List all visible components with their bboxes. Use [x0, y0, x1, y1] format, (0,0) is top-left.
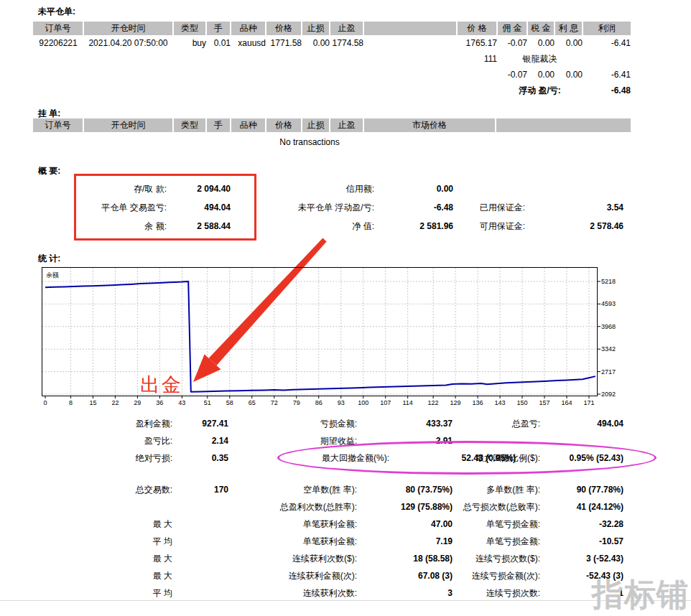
open-table-header-row: 订单号 开仓时间 类型 手 品种 价格 止损 止盈 价 格 佣 金 税 金 利 … [33, 22, 631, 35]
free-margin-value: 2 578.46 [525, 220, 623, 233]
gross-loss-label: 亏损金额: [228, 417, 357, 430]
x-axis-tick-label: 114 [402, 399, 412, 406]
withdrawal-annotation: 出金 [140, 375, 183, 395]
used-margin-value: 3.54 [525, 201, 623, 214]
largest-profit-trade-label: 单笔获利金额: [228, 518, 357, 531]
subtotal-row: -0.07 0.00 0.00 -6.41 [33, 67, 631, 83]
x-axis-tick-label: 150 [517, 399, 528, 406]
statistics-title: 统 计: [38, 253, 60, 265]
x-axis-tick-label: 8 [69, 399, 73, 406]
avg-consecutive-losses-label: 连续亏损次数: [453, 587, 540, 599]
y-axis-tick-label: 5218 [601, 278, 616, 285]
consecutive-wins-count-value: 18 (58.58) [357, 552, 453, 565]
x-axis-tick-label: 143 [495, 399, 506, 406]
open-positions-title: 未平仓单: [38, 6, 75, 18]
subtotal-commission: -0.07 [497, 67, 527, 83]
col-header-market-price: 市场价格 [363, 118, 496, 132]
col-header-price2: 价 格 [457, 22, 497, 35]
col-header-profit: 利润 [583, 22, 631, 35]
floating-open-pl-value: -6.48 [374, 201, 453, 214]
account-number: 111 [457, 51, 497, 67]
subtotal-tax: 0.00 [527, 67, 555, 83]
consecutive-wins-count-label: 连续获利次数($): [228, 552, 357, 565]
order-tp: 1774.58 [330, 35, 363, 51]
watermark: 指标铺 [592, 577, 689, 612]
stats-spacer [172, 535, 228, 548]
summary-spacer [525, 182, 623, 195]
col-header-open-time: 开仓时间 [83, 22, 173, 35]
profit-factor-value: 2.14 [172, 434, 228, 447]
stats-row: 总盈利次数(总胜率): 129 (75.88%) 总亏损次数(总败率): 41 … [33, 500, 623, 513]
x-axis-tick-label: 136 [473, 399, 483, 406]
x-axis-tick-label: 15 [89, 399, 96, 406]
avg-consecutive-wins-value: 3 [357, 587, 453, 599]
order-open-time: 2021.04.20 07:50:00 [83, 35, 173, 51]
stats-row: 最 大 单笔获利金额: 47.00 单笔亏损金额: -32.28 [33, 518, 623, 531]
profit-trades-value: 129 (75.88%) [357, 500, 453, 513]
stats-row: 最 大 连续获利次数($): 18 (58.58) 连续亏损次数($): 3 (… [33, 552, 623, 565]
absolute-drawdown-label: 绝对亏损: [33, 452, 172, 465]
col-header-tp: 止盈 [330, 22, 363, 35]
col-header-symbol: 品种 [231, 118, 266, 132]
x-axis-tick-label: 93 [338, 399, 345, 406]
largest-loss-trade-label: 单笔亏损金额: [453, 518, 540, 531]
credit-value: 0.00 [374, 182, 453, 195]
x-axis-tick-label: 86 [315, 399, 323, 406]
equity-value: 2 581.96 [374, 220, 453, 233]
long-positions-label: 多单数(胜 率): [453, 483, 540, 496]
balance-legend-label: 余额 [46, 271, 59, 280]
stats-spacer [172, 518, 228, 531]
order-sl: 0.00 [302, 35, 330, 51]
free-margin-label: 可用保证金: [453, 220, 525, 233]
x-axis-tick-label: 171 [583, 399, 594, 406]
open-positions-table: 订单号 开仓时间 类型 手 品种 价格 止损 止盈 价 格 佣 金 税 金 利 … [33, 22, 631, 98]
stats-spacer [172, 569, 228, 582]
y-axis-tick-label: 3968 [601, 323, 616, 330]
loss-trades-label: 总亏损次数(总败率): [453, 500, 540, 513]
col-header-sl: 止损 [302, 22, 330, 35]
short-positions-label: 空单数(胜 率): [228, 483, 357, 496]
largest-loss-trade-value: -32.28 [540, 518, 623, 531]
summary-spacer [453, 182, 525, 195]
absolute-drawdown-value: 0.35 [172, 452, 228, 465]
total-trades-label: 总交易数: [33, 483, 172, 496]
order-lots: 0.01 [206, 35, 231, 51]
order-id: 92206221 [33, 35, 83, 51]
x-axis-tick-label: 36 [156, 399, 163, 406]
consecutive-losses-count-label: 连续亏损次数($): [453, 552, 540, 565]
gross-profit-value: 927.41 [172, 417, 228, 430]
summary-title: 概 要: [38, 165, 60, 177]
floating-blank [33, 83, 497, 98]
consecutive-losses-count-value: 3 (-52.43) [540, 552, 623, 565]
x-axis-tick-label: 51 [204, 399, 211, 406]
x-axis-tick-label: 72 [271, 399, 278, 406]
short-positions-value: 80 (73.75%) [357, 483, 453, 496]
col-header-tp: 止盈 [330, 118, 363, 132]
order-profit: -6.41 [583, 35, 631, 51]
account-row: 111 银龍裁决 [33, 51, 631, 67]
average-label: 平 均 [33, 535, 172, 548]
order-open-price: 1771.58 [266, 35, 302, 51]
average-loss-trade-value: -10.57 [540, 535, 623, 548]
col-header-sl: 止损 [302, 118, 330, 132]
largest-profit-trade-value: 47.00 [357, 518, 453, 531]
x-axis-tick-label: 164 [561, 399, 572, 406]
x-axis-tick-label: 43 [178, 399, 185, 406]
maximum-label: 最 大 [33, 552, 172, 565]
order-current-price: 1765.17 [457, 35, 497, 51]
order-row: 92206221 2021.04.20 07:50:00 buy 0.01 xa… [33, 35, 631, 51]
col-header-order: 订单号 [33, 22, 83, 35]
col-header-type: 类型 [173, 22, 206, 35]
profit-factor-label: 盈亏比: [33, 434, 172, 447]
stats-spacer [172, 587, 228, 599]
col-header-symbol: 品种 [231, 22, 266, 35]
order-swap: 0.00 [555, 35, 583, 51]
stats-row: 最 大 连续获利金额(次): 67.08 (3) 连续亏损金额(次): -52.… [33, 569, 623, 582]
order-tax: 0.00 [527, 35, 555, 51]
pending-orders-table: 订单号 开仓时间 类型 手 品种 价格 止损 止盈 市场价格 [33, 118, 631, 132]
used-margin-label: 已用保证金: [453, 201, 525, 214]
magenta-highlight-ellipse [277, 441, 657, 475]
y-axis-tick-label: 3342 [601, 345, 616, 353]
x-axis-tick-label: 100 [358, 399, 368, 406]
floating-pl-value: -6.48 [583, 83, 631, 98]
